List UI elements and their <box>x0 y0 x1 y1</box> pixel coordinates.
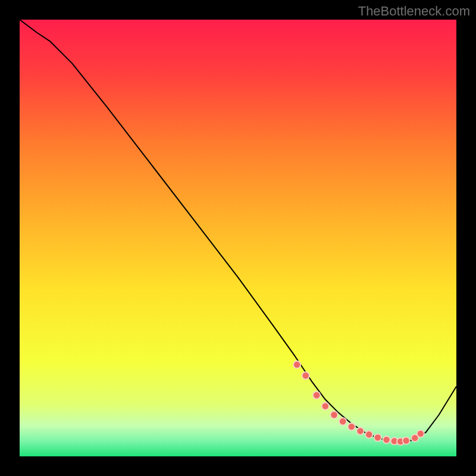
marker-dot <box>322 403 328 409</box>
marker-dot <box>357 428 363 434</box>
marker-dot <box>366 431 372 437</box>
attribution-label: TheBottleneck.com <box>358 4 470 19</box>
marker-dot <box>418 431 424 437</box>
curve-line <box>20 20 456 442</box>
marker-dot <box>294 362 300 368</box>
marker-dot <box>303 372 309 378</box>
marker-dot <box>349 424 355 430</box>
chart-frame: TheBottleneck.com <box>0 0 476 476</box>
marker-dot <box>314 392 320 398</box>
plot-area <box>20 20 456 456</box>
marker-dot <box>403 437 409 443</box>
marker-dot <box>340 418 346 424</box>
marker-dot <box>375 434 381 440</box>
marker-dot <box>383 437 389 443</box>
chart-svg <box>20 20 456 456</box>
marker-dot <box>331 412 337 418</box>
